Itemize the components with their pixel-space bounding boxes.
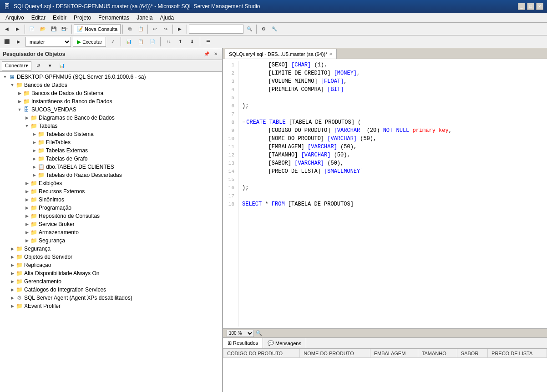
database-selector[interactable]: master [25, 37, 71, 47]
tree-item[interactable]: ▶📋dbo.TABELA DE CLIENTES [0, 163, 222, 171]
tools-button[interactable]: 🔧 [269, 24, 279, 34]
expand-icon[interactable]: ▶ [16, 90, 23, 96]
report-button[interactable]: 📊 [57, 61, 67, 71]
tree-item[interactable]: ▶📁Service Broker [0, 220, 222, 228]
expand-icon[interactable]: ▶ [9, 246, 15, 252]
expand-icon[interactable]: ▶ [9, 254, 15, 260]
menu-arquivo[interactable]: Arquivo [2, 14, 28, 22]
menu-editar[interactable]: Editar [28, 14, 49, 22]
expand-icon[interactable]: ▶ [9, 303, 15, 309]
expand-icon[interactable]: ▶ [16, 98, 23, 105]
tree-item[interactable]: ▼🖥DESKTOP-GPFNMU5 (SQL Server 16.0.1000.… [0, 73, 222, 81]
debug-button[interactable]: ▶ [175, 24, 185, 34]
expand-icon[interactable]: ▶ [24, 115, 30, 121]
copy-button[interactable]: ⧉ [125, 24, 135, 34]
redo-button[interactable]: ↪ [161, 24, 171, 34]
save-button[interactable]: 💾 [49, 24, 59, 34]
editor-tab[interactable]: SQLQuery4.sql - DES...U5.master (sa (64)… [225, 49, 337, 59]
tree-item[interactable]: ▶📁Recursos Externos [0, 187, 222, 196]
sort-btn3[interactable]: ⬇ [187, 37, 197, 47]
refresh-button[interactable]: ↺ [33, 61, 43, 71]
result-btn3[interactable]: 📄 [147, 37, 157, 47]
expand-icon[interactable]: ▶ [9, 278, 15, 285]
code-editor[interactable]: 123456789101112131415161718 [SEXO] [CHAR… [223, 59, 547, 328]
expand-icon[interactable]: ▶ [24, 237, 30, 244]
tree-item[interactable]: ▶📁Instantâneos do Banco de Dados [0, 97, 222, 106]
tree-item[interactable]: ▶📁Tabelas de Grafo [0, 155, 222, 163]
nova-consulta-button[interactable]: 📝 Nova Consulta [74, 24, 121, 34]
tree-item[interactable]: ▶📁Tabelas do Sistema [0, 130, 222, 138]
undo-button[interactable]: ↩ [150, 24, 160, 34]
expand-icon[interactable]: ▼ [2, 74, 8, 80]
expand-icon[interactable]: ▶ [24, 205, 30, 211]
tree-item[interactable]: ▶📁Armazenamento [0, 228, 222, 236]
expand-icon[interactable]: ▶ [24, 221, 30, 227]
tree-item[interactable]: ▶📁FileTables [0, 138, 222, 146]
settings-button[interactable]: ⚙ [258, 24, 268, 34]
collapse-icon[interactable]: − [242, 119, 245, 126]
minimize-button[interactable]: _ [518, 3, 525, 10]
tree-item[interactable]: ▶📁Exibições [0, 179, 222, 187]
tree-item[interactable]: ▶📁Bancos de Dados do Sistema [0, 89, 222, 97]
tree-item[interactable]: ▶📁Sinônimos [0, 196, 222, 204]
tree-item[interactable]: ▼🗄SUCOS_VENDAS [0, 106, 222, 114]
menu-ajuda[interactable]: Ajuda [157, 14, 178, 22]
menu-ferramentas[interactable]: Ferramentas [95, 14, 133, 22]
tree-item[interactable]: ▶📁Diagramas de Banco de Dados [0, 114, 222, 122]
tree-item[interactable]: ▶📁Programação [0, 204, 222, 212]
tree-item[interactable]: ▶📁Segurança [0, 245, 222, 253]
code-content[interactable]: [SEXO] [CHAR] (1), [LIMITE DE CREDITO] [… [242, 61, 545, 327]
expand-icon[interactable]: ▶ [31, 172, 37, 178]
expand-icon[interactable]: ▶ [9, 295, 15, 301]
sort-btn1[interactable]: ↑↓ [163, 37, 173, 47]
tree-item[interactable]: ▶📁Alta Disponibilidade Always On [0, 269, 222, 277]
expand-icon[interactable]: ▶ [24, 196, 30, 203]
tree-item[interactable]: ▶📁Catálogos do Integration Services [0, 286, 222, 294]
tree-item[interactable]: ▶📁Gerenciamento [0, 277, 222, 286]
expand-icon[interactable]: ▶ [9, 270, 15, 276]
zoom-selector[interactable]: 100 % [227, 330, 254, 337]
tree-item[interactable]: ▶📁Repositório de Consultas [0, 212, 222, 220]
tree-item[interactable]: ▶📁Replicação [0, 261, 222, 269]
tree-item[interactable]: ▼📁Tabelas [0, 122, 222, 130]
tree-item[interactable]: ▶📁Tabelas Externas [0, 146, 222, 155]
expand-icon[interactable]: ▶ [31, 156, 37, 162]
forward-button[interactable]: ▶ [13, 24, 23, 34]
connect-button[interactable]: Conectar▾ [2, 61, 31, 70]
results-tab-messages[interactable]: 💬 Mensagens [263, 338, 306, 348]
panel-close-button[interactable]: ✕ [212, 50, 219, 58]
tree-item[interactable]: ▶📁XEvent Profiler [0, 302, 222, 310]
expand-icon[interactable]: ▶ [24, 229, 30, 236]
execute-button[interactable]: ▶ Executar [73, 37, 106, 47]
query-btn2[interactable]: ▶ [14, 37, 24, 47]
pin-button[interactable]: 📌 [203, 50, 210, 58]
expand-icon[interactable]: ▼ [9, 82, 15, 88]
save-all-button[interactable]: 💾+ [60, 24, 70, 34]
open-button[interactable]: 📂 [38, 24, 48, 34]
expand-icon[interactable]: ▶ [31, 147, 37, 154]
expand-icon[interactable]: ▶ [24, 213, 30, 219]
expand-icon[interactable]: ▼ [16, 106, 23, 113]
close-button[interactable]: ✕ [536, 3, 543, 10]
expand-icon[interactable]: ▶ [31, 131, 37, 137]
result-btn2[interactable]: 📋 [136, 37, 146, 47]
filter-button[interactable]: ▼ [45, 61, 55, 71]
search-button[interactable]: 🔍 [244, 24, 254, 34]
tree-item[interactable]: ▼📁Bancos de Dados [0, 81, 222, 89]
tree-item[interactable]: ▶⚙SQL Server Agent (Agent XPs desabilita… [0, 294, 222, 302]
option-btn[interactable]: ☰ [203, 37, 213, 47]
result-btn1[interactable]: 📊 [124, 37, 134, 47]
expand-icon[interactable]: ▶ [31, 139, 37, 146]
expand-icon[interactable]: ▶ [9, 262, 15, 268]
tree-item[interactable]: ▶📁Segurança [0, 236, 222, 245]
sort-btn2[interactable]: ⬆ [175, 37, 185, 47]
maximize-button[interactable]: □ [527, 3, 534, 10]
expand-icon[interactable]: ▼ [24, 123, 30, 129]
results-tab-results[interactable]: ⊞ Resultados [223, 338, 263, 348]
expand-icon[interactable]: ▶ [9, 286, 15, 293]
menu-projeto[interactable]: Projeto [70, 14, 95, 22]
paste-button[interactable]: 📋 [136, 24, 146, 34]
expand-icon[interactable]: ▶ [31, 164, 37, 170]
new-button[interactable]: 📄 [27, 24, 37, 34]
expand-icon[interactable]: ▶ [24, 180, 30, 186]
